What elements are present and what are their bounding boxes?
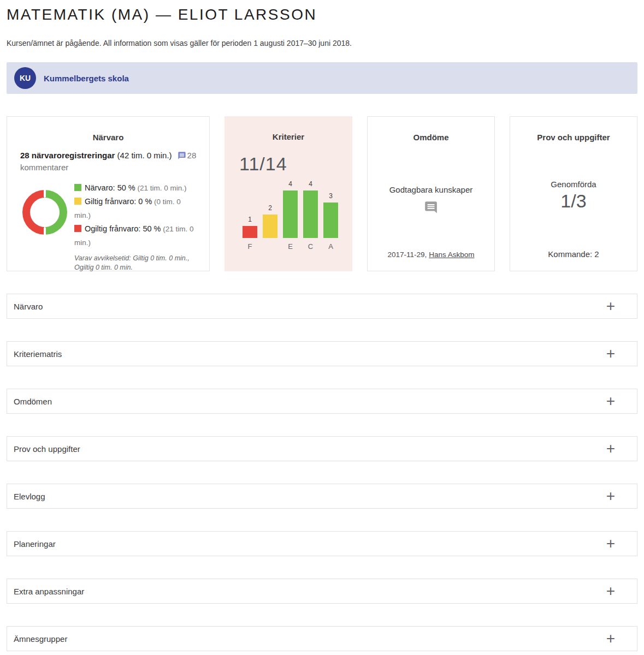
assessment-date: 2017-11-29, — [388, 251, 427, 259]
bar-letter — [263, 238, 277, 252]
accordion-label: Elevlogg — [14, 492, 45, 501]
accordion-row-planeringar[interactable]: Planeringar + — [7, 531, 637, 556]
attendance-registrations: 28 närvaroregistreringar — [20, 151, 115, 160]
criteria-bar — [243, 226, 257, 238]
legend-label: Ogiltig frånvaro: 50 % — [85, 224, 161, 233]
criteria-bar — [263, 215, 277, 239]
assessment-footer: 2017-11-29, Hans Askbom — [368, 251, 494, 259]
assessment-author-link[interactable]: Hans Askbom — [429, 251, 474, 259]
criteria-chart: 1 F 2 4 E 4 C — [224, 180, 352, 252]
assessment-value: Godtagbara kunskaper — [368, 185, 494, 194]
attendance-comments-label[interactable]: kommentarer — [20, 163, 68, 172]
legend-label: Närvaro: 50 % — [85, 183, 135, 192]
legend-swatch — [74, 198, 81, 205]
legend-item: Närvaro: 50 % (21 tim. 0 min.) — [74, 181, 197, 195]
accordion-label: Närvaro — [14, 302, 43, 311]
accordion-row-kriteriematris[interactable]: Kriteriematris + — [7, 341, 637, 366]
page-title: MATEMATIK (MA) — ELIOT LARSSON — [7, 7, 637, 23]
bar-letter: F — [243, 238, 257, 252]
accordion-label: Prov och uppgifter — [14, 444, 80, 454]
plus-icon[interactable]: + — [606, 301, 615, 312]
donut-hole — [30, 198, 60, 227]
attendance-registrations-detail: (42 tim. 0 min.) — [115, 151, 172, 160]
plus-icon[interactable]: + — [606, 633, 615, 644]
bar-letter: C — [303, 238, 318, 252]
card-assessment[interactable]: Omdöme Godtagbara kunskaper 2017-11-29, … — [367, 116, 495, 271]
bar-letter: A — [323, 238, 338, 252]
accordion-label: Extra anpassningar — [14, 587, 84, 596]
criteria-bar — [303, 190, 318, 238]
accordion-row-omdomen[interactable]: Omdömen + — [7, 389, 637, 414]
attendance-legend: Närvaro: 50 % (21 tim. 0 min.) Giltig fr… — [74, 181, 197, 272]
assessment-title: Omdöme — [368, 117, 494, 142]
plus-icon[interactable]: + — [606, 443, 615, 454]
deviation-note: Varav avvikelsetid: Giltig 0 tim. 0 min.… — [74, 254, 197, 272]
card-tests[interactable]: Prov och uppgifter Genomförda 1/3 Komman… — [510, 116, 637, 271]
accordion-label: Kriteriematris — [14, 349, 62, 359]
attendance-title: Närvaro — [7, 117, 209, 142]
tests-completed-value: 1/3 — [510, 190, 637, 212]
accordion-row-extra-anpassningar[interactable]: Extra anpassningar + — [7, 579, 637, 604]
page-subtitle: Kursen/ämnet är pågående. All informatio… — [7, 38, 637, 49]
criteria-bar — [283, 190, 298, 238]
bar-column: 3 A — [323, 180, 338, 252]
bar-column: 4 E — [283, 180, 298, 252]
tests-upcoming: Kommande: 2 — [510, 249, 637, 259]
criteria-title: Kriterier — [224, 116, 352, 142]
bar-column: 2 — [263, 180, 277, 252]
bar-value: 1 — [243, 216, 257, 223]
attendance-stats: 28 närvaroregistreringar (42 tim. 0 min.… — [20, 150, 198, 174]
accordion: Närvaro + Kriteriematris + Omdömen + Pro… — [7, 294, 637, 651]
summary-cards: Närvaro 28 närvaroregistreringar (42 tim… — [7, 116, 637, 271]
tests-title: Prov och uppgifter — [510, 117, 637, 142]
attendance-comments-count[interactable]: 28 — [187, 151, 197, 160]
school-avatar: KU — [14, 67, 36, 89]
comment-count-icon[interactable] — [172, 151, 187, 160]
bar-value: 3 — [323, 192, 338, 200]
attendance-donut — [22, 190, 67, 235]
bar-letter: E — [283, 238, 298, 252]
school-banner: KU Kummelbergets skola — [7, 62, 637, 94]
card-attendance[interactable]: Närvaro 28 närvaroregistreringar (42 tim… — [7, 116, 210, 271]
assessment-comment-icon — [368, 200, 494, 217]
legend-detail: (21 tim. 0 min.) — [135, 184, 187, 192]
legend-item: Giltig frånvaro: 0 % (0 tim. 0 min.) — [74, 195, 197, 222]
accordion-row-narvaro[interactable]: Närvaro + — [7, 294, 637, 319]
accordion-row-elevlogg[interactable]: Elevlogg + — [7, 484, 637, 509]
bar-value: 4 — [283, 180, 298, 188]
card-criteria[interactable]: Kriterier 11/14 1 F 2 4 E — [224, 116, 352, 271]
accordion-row-amnesgrupper[interactable]: Ämnesgrupper + — [7, 626, 637, 651]
plus-icon[interactable]: + — [606, 491, 615, 502]
plus-icon[interactable]: + — [606, 586, 615, 597]
legend-swatch — [74, 184, 81, 191]
legend-label: Giltig frånvaro: 0 % — [85, 197, 152, 206]
accordion-label: Ämnesgrupper — [14, 634, 67, 644]
plus-icon[interactable]: + — [606, 396, 615, 407]
tests-completed-label: Genomförda — [510, 180, 637, 189]
accordion-label: Omdömen — [14, 397, 52, 406]
criteria-bar — [323, 203, 338, 238]
accordion-label: Planeringar — [14, 539, 56, 549]
bar-value: 4 — [303, 180, 318, 188]
bar-value: 2 — [263, 204, 277, 212]
plus-icon[interactable]: + — [606, 348, 615, 359]
bar-column: 1 F — [243, 180, 257, 252]
bar-column: 4 C — [303, 180, 318, 252]
page-container: MATEMATIK (MA) — ELIOT LARSSON Kursen/äm… — [0, 7, 644, 651]
school-name: Kummelbergets skola — [44, 74, 129, 83]
legend-swatch — [74, 225, 81, 232]
plus-icon[interactable]: + — [606, 538, 615, 549]
legend-item: Ogiltig frånvaro: 50 % (21 tim. 0 min.) — [74, 222, 197, 249]
accordion-row-prov-och-uppgifter[interactable]: Prov och uppgifter + — [7, 436, 637, 461]
criteria-score: 11/14 — [239, 153, 352, 175]
attendance-chart: Närvaro: 50 % (21 tim. 0 min.) Giltig fr… — [7, 181, 209, 272]
